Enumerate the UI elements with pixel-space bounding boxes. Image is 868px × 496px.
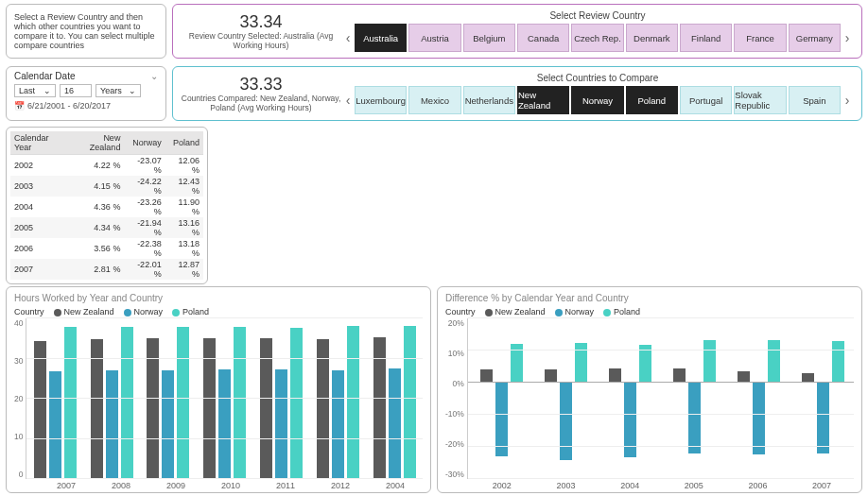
- pill-portugal[interactable]: Portugal: [680, 86, 732, 114]
- bar[interactable]: [332, 370, 344, 479]
- bar[interactable]: [347, 326, 359, 479]
- compare-countries-panel: 33.33 Countries Compared: New Zealand, N…: [172, 66, 862, 121]
- bar[interactable]: [49, 371, 61, 479]
- compare-kpi-label: Countries Compared: New Zealand, Norway,…: [181, 94, 341, 113]
- pill-spain[interactable]: Spain: [789, 86, 841, 114]
- pill-belgium[interactable]: Belgium: [463, 24, 515, 52]
- compare-kpi: 33.33 Countries Compared: New Zealand, N…: [181, 75, 341, 113]
- table-row[interactable]: 20044.36 %-23.26 %11.90 %: [10, 197, 203, 217]
- difference-chart: Difference % by Calendar Year and Countr…: [437, 286, 862, 493]
- bar[interactable]: [64, 327, 77, 479]
- bar[interactable]: [832, 341, 844, 383]
- bar[interactable]: [121, 327, 133, 480]
- bar[interactable]: [106, 370, 118, 479]
- pill-australia[interactable]: Australia: [355, 24, 407, 52]
- pill-france[interactable]: France: [734, 24, 786, 52]
- compare-kpi-value: 33.33: [181, 75, 341, 94]
- calendar-icon: 📅: [14, 101, 25, 111]
- review-kpi: 33.34 Review Country Selected: Australia…: [181, 12, 341, 51]
- review-kpi-value: 33.34: [181, 12, 341, 32]
- bar[interactable]: [234, 327, 246, 479]
- instructions-text: Select a Review Country and then which o…: [6, 4, 166, 59]
- bar[interactable]: [560, 383, 572, 460]
- bar[interactable]: [673, 368, 686, 383]
- difference-table: Calendar YearNew ZealandNorwayPoland 200…: [6, 127, 208, 284]
- review-slicer-title: Select Review Country: [341, 10, 854, 21]
- review-kpi-label: Review Country Selected: Australia (Avg …: [181, 32, 341, 51]
- calendar-date-label: Calendar Date: [14, 71, 75, 81]
- difference-chart-legend: Country New Zealand Norway Poland: [445, 307, 854, 316]
- pill-austria[interactable]: Austria: [408, 24, 460, 52]
- col-header[interactable]: Norway: [124, 131, 165, 155]
- review-country-panel: 33.34 Review Country Selected: Australia…: [172, 4, 862, 59]
- bar[interactable]: [480, 369, 493, 383]
- compare-next-icon[interactable]: ›: [841, 86, 854, 114]
- table-row[interactable]: 20054.34 %-21.94 %13.16 %: [10, 217, 203, 238]
- bar[interactable]: [404, 326, 416, 479]
- bar[interactable]: [753, 383, 765, 454]
- pill-czech-rep-[interactable]: Czech Rep.: [571, 24, 623, 52]
- bar[interactable]: [317, 339, 329, 479]
- pill-denmark[interactable]: Denmark: [626, 24, 678, 52]
- pill-finland[interactable]: Finland: [680, 24, 732, 52]
- bar[interactable]: [275, 369, 287, 479]
- difference-chart-title: Difference % by Calendar Year and Countr…: [445, 293, 854, 303]
- bar[interactable]: [218, 369, 231, 479]
- bar[interactable]: [91, 339, 103, 479]
- bar[interactable]: [147, 338, 159, 479]
- bar[interactable]: [389, 368, 401, 479]
- bar[interactable]: [768, 340, 780, 383]
- hours-chart-legend: Country New Zealand Norway Poland: [14, 307, 423, 316]
- compare-prev-icon[interactable]: ‹: [341, 86, 355, 114]
- col-header[interactable]: Calendar Year: [10, 131, 69, 155]
- table-row[interactable]: 20072.81 %-22.01 %12.87 %: [10, 259, 203, 280]
- pill-mexico[interactable]: Mexico: [408, 86, 460, 114]
- pill-norway[interactable]: Norway: [571, 86, 623, 114]
- review-next-icon[interactable]: ›: [841, 24, 854, 52]
- col-header[interactable]: New Zealand: [69, 131, 124, 155]
- hours-chart-title: Hours Worked by Year and Country: [14, 293, 423, 303]
- pill-netherlands[interactable]: Netherlands: [463, 86, 515, 114]
- pill-luxembourg[interactable]: Luxembourg: [355, 86, 407, 114]
- chevron-down-icon[interactable]: ⌄: [150, 71, 158, 81]
- hours-chart: Hours Worked by Year and Country Country…: [6, 286, 431, 493]
- pill-poland[interactable]: Poland: [626, 86, 678, 114]
- bar[interactable]: [545, 369, 557, 383]
- bar[interactable]: [817, 383, 829, 453]
- pill-slovak-republic[interactable]: Slovak Republic: [734, 86, 786, 114]
- bar[interactable]: [162, 370, 174, 479]
- pill-new-zealand[interactable]: New Zealand: [517, 86, 569, 114]
- date-anchor-dropdown[interactable]: Last⌄: [14, 84, 56, 97]
- date-count-dropdown[interactable]: 16: [60, 84, 92, 97]
- bar[interactable]: [703, 340, 716, 383]
- bar[interactable]: [373, 337, 386, 479]
- table-row[interactable]: 20034.15 %-24.22 %12.43 %: [10, 176, 203, 197]
- review-prev-icon[interactable]: ‹: [341, 24, 355, 52]
- bar[interactable]: [290, 328, 303, 479]
- bar[interactable]: [34, 341, 46, 479]
- calendar-date-card: Calendar Date ⌄ Last⌄ 16 Years⌄ 📅 6/21/2…: [6, 66, 166, 121]
- pill-germany[interactable]: Germany: [789, 24, 841, 52]
- table-row[interactable]: 20063.56 %-22.38 %13.18 %: [10, 238, 203, 259]
- bar[interactable]: [177, 327, 189, 479]
- date-unit-dropdown[interactable]: Years⌄: [95, 84, 141, 97]
- table-row[interactable]: 20024.22 %-23.07 %12.06 %: [10, 155, 203, 177]
- pill-canada[interactable]: Canada: [517, 24, 569, 52]
- bar[interactable]: [260, 338, 272, 479]
- compare-slicer-title: Select Countries to Compare: [341, 73, 854, 83]
- bar[interactable]: [203, 338, 216, 479]
- col-header[interactable]: Poland: [165, 131, 203, 155]
- bar[interactable]: [609, 368, 621, 383]
- bar[interactable]: [688, 383, 701, 453]
- date-range-text: 6/21/2001 - 6/20/2017: [27, 101, 111, 111]
